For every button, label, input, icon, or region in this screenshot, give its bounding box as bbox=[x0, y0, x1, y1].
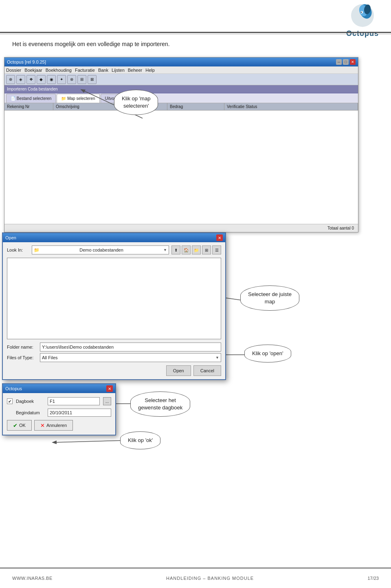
lookin-dropdown-arrow: ▼ bbox=[163, 248, 167, 252]
toolbar-btn-1[interactable]: ⊕ bbox=[6, 75, 15, 84]
toolbar-btn-4[interactable]: ◆ bbox=[37, 75, 46, 84]
nav-back-btn[interactable]: ⬆ bbox=[171, 245, 180, 254]
footer: www.inaras.be Handleiding – Banking modu… bbox=[0, 568, 391, 588]
titlebar-buttons: ─ □ ✕ bbox=[336, 59, 356, 65]
annuleren-button[interactable]: ✕ Annuleren bbox=[34, 420, 73, 431]
toolbar-btn-3[interactable]: ❖ bbox=[26, 75, 35, 84]
app-title: Octopus [rel 9.0.25] bbox=[7, 60, 46, 64]
filetype-combo[interactable]: All Files ▼ bbox=[40, 353, 221, 362]
app-menubar: Dossier Boekjaar Boekhouding Facturatie … bbox=[4, 66, 358, 74]
col-verificatie: Verificatie Status bbox=[224, 103, 358, 110]
dialog-buttons-row: Open Cancel bbox=[7, 365, 221, 376]
ok-checkmark-icon: ✔ bbox=[13, 422, 18, 429]
dialog-toolbar-icons: ⬆ 🏠 📁 ⊞ ☰ bbox=[171, 245, 221, 254]
open-dialog-titlebar: Open ✕ bbox=[3, 233, 225, 242]
callout-klik-open-text: Klik op 'open' bbox=[252, 350, 283, 356]
begindatum-row: Begindatum 20/10/2011 bbox=[7, 409, 111, 417]
callout-klik-ok-text: Klik op 'ok' bbox=[128, 437, 153, 443]
create-folder-btn[interactable]: 📁 bbox=[192, 245, 201, 254]
new-folder-btn[interactable]: 🏠 bbox=[182, 245, 191, 254]
minimize-button[interactable]: ─ bbox=[336, 59, 342, 65]
lookin-label: Look In: bbox=[7, 248, 29, 252]
folder-name-label: Folder name: bbox=[7, 345, 37, 349]
oct-action-row: ✔ OK ✕ Annuleren bbox=[7, 420, 111, 431]
open-button[interactable]: Open bbox=[166, 365, 191, 376]
view-details-btn[interactable]: ☰ bbox=[212, 245, 221, 254]
callout-klik-open: Klik op 'open' bbox=[244, 345, 291, 363]
view-list-btn[interactable]: ⊞ bbox=[202, 245, 211, 254]
octopus-body: ✔ Dagboek F1 ... Begindatum 20/10/2011 ✔… bbox=[3, 393, 115, 435]
app-content-area bbox=[4, 111, 358, 226]
toolbar-btn-2[interactable]: ◈ bbox=[16, 75, 25, 84]
dagboek-label: Dagboek bbox=[16, 399, 44, 404]
footer-right: 17/23 bbox=[367, 576, 379, 581]
callout-map-text: Klik op 'mapselecteren' bbox=[122, 95, 150, 109]
dagboek-browse-btn[interactable]: ... bbox=[103, 397, 111, 405]
toolbar-btn-5[interactable]: ◉ bbox=[47, 75, 56, 84]
toolbar-btn-6[interactable]: ✦ bbox=[57, 75, 66, 84]
dialog-file-area bbox=[7, 258, 221, 339]
app-window: Octopus [rel 9.0.25] ─ □ ✕ Dossier Boekj… bbox=[4, 57, 358, 232]
app-table-header: Rekening Nr Omschrijving Bedrag Verifica… bbox=[4, 103, 358, 111]
close-button[interactable]: ✕ bbox=[350, 59, 356, 65]
toolbar-btn-8[interactable]: ⊞ bbox=[77, 75, 86, 84]
folder-name-row: Folder name: Y:\users\Ilses\Demo codabes… bbox=[7, 343, 221, 351]
folder-name-input[interactable]: Y:\users\Ilses\Demo codabestanden bbox=[40, 343, 221, 351]
lookin-row: Look In: 📁 Demo codabestanden ▼ ⬆ 🏠 📁 ⊞ … bbox=[7, 245, 221, 254]
callout-selecteer-map-text: Selecteer de juistemap bbox=[248, 291, 292, 305]
octopus-dialog-close[interactable]: ✕ bbox=[106, 385, 113, 392]
open-dialog-title: Open bbox=[5, 235, 16, 240]
menu-facturatie[interactable]: Facturatie bbox=[75, 68, 95, 73]
app-toolbar: ⊕ ◈ ❖ ◆ ◉ ✦ ⊗ ⊞ ⊠ bbox=[4, 74, 358, 85]
menu-dossier[interactable]: Dossier bbox=[6, 68, 21, 73]
octopus-dialog-title: Octopus bbox=[5, 386, 22, 391]
footer-left: www.inaras.be bbox=[12, 576, 53, 581]
open-dialog-close[interactable]: ✕ bbox=[216, 234, 223, 241]
dagboek-row: ✔ Dagboek F1 ... bbox=[7, 397, 111, 405]
app-statusbar: Totaal aantal 0 bbox=[4, 224, 358, 232]
callout-dagboek: Selecteer hetgewenste dagboek bbox=[130, 391, 190, 417]
annuleren-x-icon: ✕ bbox=[40, 422, 45, 429]
toolbar-btn-7[interactable]: ⊗ bbox=[67, 75, 76, 84]
app-titlebar: Octopus [rel 9.0.25] ─ □ ✕ bbox=[4, 57, 358, 66]
svg-point-5 bbox=[360, 12, 362, 13]
app-subheader: Importeren Coda bestanden bbox=[4, 85, 358, 93]
app-tabs: 📄 Bestand selecteren 📁 Map selecteren Ui… bbox=[4, 93, 358, 103]
callout-selecteer-map: Selecteer de juistemap bbox=[240, 285, 299, 311]
menu-beheer[interactable]: Beheer bbox=[128, 68, 142, 73]
menu-boekhouding[interactable]: Boekhouding bbox=[46, 68, 72, 73]
begindatum-input[interactable]: 20/10/2011 bbox=[48, 409, 111, 417]
callout-map-selecteren: Klik op 'mapselecteren' bbox=[114, 90, 158, 115]
subheader-text: Importeren Coda bestanden bbox=[7, 87, 58, 91]
tab-bestand-selecteren[interactable]: 📄 Bestand selecteren bbox=[6, 94, 56, 103]
ok-button[interactable]: ✔ OK bbox=[7, 420, 32, 431]
callout-dagboek-text: Selecteer hetgewenste dagboek bbox=[138, 397, 182, 411]
tab-map-selecteren[interactable]: 📁 Map selecteren bbox=[57, 94, 99, 103]
open-dialog: Open ✕ Look In: 📁 Demo codabestanden ▼ ⬆… bbox=[2, 232, 226, 380]
lookin-value: Demo codabestanden bbox=[79, 248, 123, 252]
lookin-folder-icon: 📁 bbox=[34, 248, 40, 253]
filetype-dropdown-arrow: ▼ bbox=[215, 356, 219, 360]
filetype-label: Files of Type: bbox=[7, 355, 37, 360]
col-bedrag: Bedrag bbox=[167, 103, 224, 110]
menu-bank[interactable]: Bank bbox=[98, 68, 108, 73]
callout-klik-ok: Klik op 'ok' bbox=[120, 431, 160, 449]
col-rekening: Rekening Nr bbox=[4, 103, 53, 110]
intro-text: Het is eveneens mogelijk om een volledig… bbox=[12, 41, 170, 47]
octopus-titlebar: Octopus ✕ bbox=[3, 384, 115, 393]
filetype-row: Files of Type: All Files ▼ bbox=[7, 353, 221, 362]
maximize-button[interactable]: □ bbox=[343, 59, 349, 65]
footer-center: Handleiding – Banking module bbox=[166, 576, 254, 581]
octopus-dialog: Octopus ✕ ✔ Dagboek F1 ... Begindatum 20… bbox=[2, 383, 116, 435]
menu-help[interactable]: Help bbox=[145, 68, 155, 73]
dagboek-input[interactable]: F1 bbox=[48, 397, 100, 405]
dagboek-checkbox[interactable]: ✔ bbox=[7, 398, 13, 404]
begindatum-label: Begindatum bbox=[16, 410, 44, 415]
status-text: Totaal aantal 0 bbox=[327, 226, 354, 230]
menu-lijsten[interactable]: Lijsten bbox=[112, 68, 125, 73]
cancel-button[interactable]: Cancel bbox=[193, 365, 221, 376]
toolbar-btn-9[interactable]: ⊠ bbox=[88, 75, 97, 84]
lookin-combo[interactable]: 📁 Demo codabestanden ▼ bbox=[32, 245, 169, 254]
top-separator bbox=[0, 32, 391, 34]
menu-boekjaar[interactable]: Boekjaar bbox=[24, 68, 42, 73]
